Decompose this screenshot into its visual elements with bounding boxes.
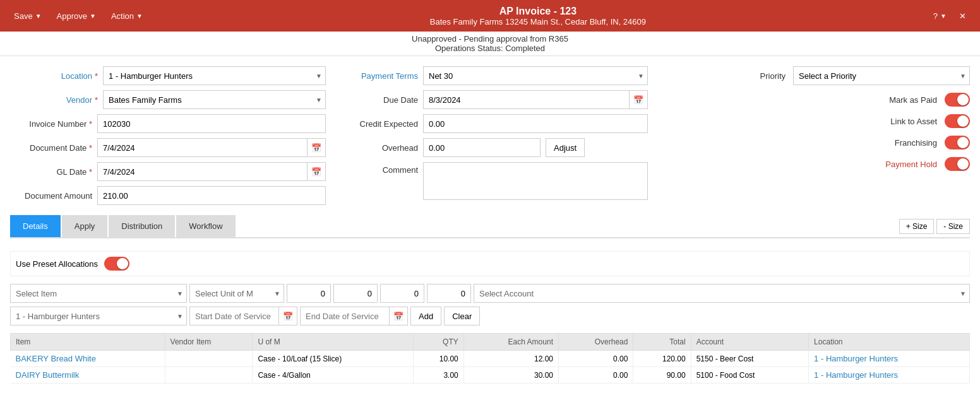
cell-account: 5100 - Food Cost bbox=[691, 367, 808, 383]
cell-item[interactable]: BAKERY Bread White bbox=[11, 351, 165, 367]
header-center: AP Invoice - 123 Bates Family Farms 1324… bbox=[146, 6, 929, 26]
payment-terms-select-wrapper: Net 30 ▼ bbox=[423, 66, 648, 85]
tab-distribution[interactable]: Distribution bbox=[109, 215, 175, 237]
cell-uom: Case - 4/Gallon bbox=[253, 367, 413, 383]
location-label: Location bbox=[10, 71, 92, 81]
mark-as-paid-row: Mark as Paid bbox=[671, 93, 970, 107]
col-item: Item bbox=[11, 334, 165, 351]
link-to-asset-label: Link to Asset bbox=[890, 117, 937, 126]
cell-overhead: 0.00 bbox=[558, 367, 633, 383]
document-amount-row: Document Amount bbox=[10, 186, 326, 205]
payment-hold-label: Payment Hold bbox=[885, 160, 937, 169]
clear-button[interactable]: Clear bbox=[444, 307, 480, 325]
close-button[interactable]: ✕ bbox=[955, 9, 970, 23]
location-select[interactable]: 1 - Hamburger Hunters bbox=[103, 66, 326, 85]
cell-item[interactable]: DAIRY Buttermilk bbox=[11, 367, 165, 383]
cell-qty: 3.00 bbox=[413, 367, 463, 383]
tab-details[interactable]: Details bbox=[10, 215, 61, 237]
save-caret-icon: ▼ bbox=[35, 13, 42, 20]
gl-date-input[interactable] bbox=[98, 163, 307, 180]
credit-expected-input[interactable] bbox=[423, 114, 648, 133]
end-date-calendar-icon[interactable]: 📅 bbox=[389, 307, 407, 325]
items-table: Item Vendor Item U of M QTY Each Amount … bbox=[10, 333, 970, 383]
mark-as-paid-toggle[interactable] bbox=[945, 93, 970, 107]
cell-location: 1 - Hamburger Hunters bbox=[809, 367, 970, 383]
col-account: Account bbox=[691, 334, 808, 351]
select-account-wrapper: Select Account ▼ bbox=[474, 284, 970, 303]
tab-workflow[interactable]: Workflow bbox=[176, 215, 235, 237]
due-date-row: Due Date 📅 bbox=[336, 90, 648, 109]
table-header-row: Item Vendor Item U of M QTY Each Amount … bbox=[11, 334, 970, 351]
col-uom: U of M bbox=[253, 334, 413, 351]
comment-label: Comment bbox=[336, 165, 418, 175]
page-subtitle: Bates Family Farms 13245 Main St., Cedar… bbox=[146, 17, 929, 26]
overhead-amount-input[interactable] bbox=[380, 284, 424, 303]
payment-terms-label: Payment Terms bbox=[336, 71, 418, 81]
details-section: Use Preset Allocations Select Item ▼ Sel… bbox=[10, 246, 970, 389]
end-date-input[interactable] bbox=[301, 307, 389, 325]
item-input-row: Select Item ▼ Select Unit of M ▼ Select … bbox=[10, 284, 970, 303]
cell-total: 90.00 bbox=[633, 367, 691, 383]
col-overhead: Overhead bbox=[558, 334, 633, 351]
help-button[interactable]: ? ▼ bbox=[929, 9, 950, 23]
select-uom-dropdown[interactable]: Select Unit of M bbox=[189, 284, 284, 303]
col-qty: QTY bbox=[413, 334, 463, 351]
left-form-column: Location * 1 - Hamburger Hunters ▼ Vendo… bbox=[10, 66, 326, 205]
col-total: Total bbox=[633, 334, 691, 351]
action-caret-icon: ▼ bbox=[136, 13, 143, 20]
due-date-calendar-icon[interactable]: 📅 bbox=[629, 91, 647, 108]
due-date-wrapper: 📅 bbox=[423, 90, 648, 109]
header: Save ▼ Approve ▼ Action ▼ AP Invoice - 1… bbox=[0, 0, 980, 32]
tab-apply[interactable]: Apply bbox=[62, 215, 108, 237]
select-account-dropdown[interactable]: Select Account bbox=[474, 284, 970, 303]
due-date-label: Due Date bbox=[336, 95, 418, 105]
size-minus-button[interactable]: - Size bbox=[936, 219, 970, 234]
invoice-number-input[interactable] bbox=[97, 114, 326, 133]
franchising-toggle[interactable] bbox=[945, 136, 970, 149]
vendor-select[interactable]: Bates Family Farms bbox=[103, 90, 326, 109]
mark-as-paid-label: Mark as Paid bbox=[889, 95, 937, 105]
close-icon: ✕ bbox=[959, 11, 966, 21]
use-preset-toggle[interactable] bbox=[104, 257, 129, 271]
action-button[interactable]: Action ▼ bbox=[107, 9, 146, 23]
overhead-input[interactable] bbox=[423, 138, 541, 157]
select-item-wrapper: Select Item ▼ bbox=[10, 284, 187, 303]
line-location-dropdown[interactable]: 1 - Hamburger Hunters bbox=[10, 307, 187, 325]
each-amount-input[interactable] bbox=[333, 284, 378, 303]
document-date-wrapper: 📅 bbox=[97, 138, 326, 157]
start-date-calendar-icon[interactable]: 📅 bbox=[278, 307, 297, 325]
payment-hold-toggle[interactable] bbox=[945, 157, 970, 171]
document-date-input[interactable] bbox=[98, 139, 307, 156]
priority-select-wrapper: Select a Priority ▼ bbox=[793, 66, 970, 85]
size-plus-button[interactable]: + Size bbox=[899, 219, 935, 234]
link-to-asset-toggle[interactable] bbox=[945, 114, 970, 128]
document-amount-input[interactable] bbox=[97, 186, 326, 205]
document-amount-label: Document Amount bbox=[10, 191, 92, 201]
document-date-row: Document Date * 📅 bbox=[10, 138, 326, 157]
comment-textarea[interactable] bbox=[423, 162, 648, 200]
start-date-input[interactable] bbox=[190, 307, 278, 325]
cell-location: 1 - Hamburger Hunters bbox=[809, 351, 970, 367]
priority-select[interactable]: Select a Priority bbox=[793, 66, 970, 85]
table-row: BAKERY Bread White Case - 10/Loaf (15 Sl… bbox=[11, 351, 970, 367]
payment-terms-select[interactable]: Net 30 bbox=[423, 66, 648, 85]
total-input[interactable] bbox=[427, 284, 471, 303]
save-button[interactable]: Save ▼ bbox=[10, 9, 45, 23]
document-date-calendar-icon[interactable]: 📅 bbox=[307, 139, 325, 156]
vendor-row: Vendor * Bates Family Farms ▼ bbox=[10, 90, 326, 109]
link-to-asset-row: Link to Asset bbox=[671, 114, 970, 128]
form-section: Location * 1 - Hamburger Hunters ▼ Vendo… bbox=[10, 66, 970, 205]
select-item-dropdown[interactable]: Select Item bbox=[10, 284, 187, 303]
overhead-label: Overhead bbox=[336, 143, 418, 153]
qty-input[interactable] bbox=[287, 284, 331, 303]
gl-date-calendar-icon[interactable]: 📅 bbox=[307, 163, 325, 180]
location-date-row: 1 - Hamburger Hunters ▼ 📅 📅 Add Clear bbox=[10, 307, 970, 325]
col-each-amount: Each Amount bbox=[463, 334, 558, 351]
adjust-button[interactable]: Adjust bbox=[546, 138, 585, 157]
use-preset-label: Use Preset Allocations bbox=[16, 259, 98, 269]
approve-button[interactable]: Approve ▼ bbox=[53, 9, 100, 23]
cell-total: 120.00 bbox=[633, 351, 691, 367]
add-button[interactable]: Add bbox=[410, 307, 441, 325]
due-date-input[interactable] bbox=[424, 91, 629, 108]
cell-vendor-item bbox=[165, 367, 253, 383]
